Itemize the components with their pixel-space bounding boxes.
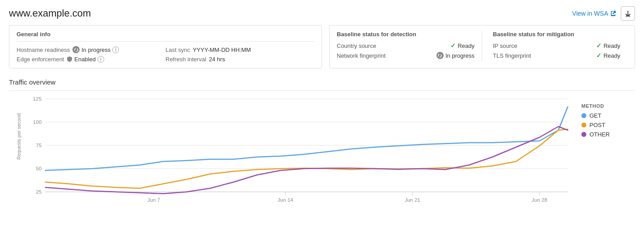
tls-fingerprint-label: TLS fingerprint bbox=[493, 52, 531, 59]
external-link-icon bbox=[610, 10, 616, 17]
svg-point-3 bbox=[75, 48, 78, 51]
ip-source-check-icon: ✓ bbox=[596, 42, 602, 49]
traffic-chart: 125 100 75 50 25 Jun 7 Jun 14 Jun 21 Jun… bbox=[31, 94, 572, 211]
network-fingerprint-status-text: In progress bbox=[445, 52, 475, 59]
tls-fingerprint-status-text: Ready bbox=[603, 52, 620, 59]
country-source-label: Country source bbox=[337, 42, 376, 49]
baseline-detection-title: Baseline status for detection bbox=[337, 31, 475, 38]
chart-wrapper: Requests per second 125 100 75 50 25 bbox=[9, 94, 572, 220]
svg-text:75: 75 bbox=[36, 143, 42, 148]
refresh-interval-label: Refresh interval bbox=[165, 56, 206, 63]
download-icon bbox=[625, 10, 631, 17]
last-sync-value: YYYY-MM-DD HH:MM bbox=[193, 47, 251, 53]
get-label: GET bbox=[589, 112, 602, 119]
y-axis-label: Requests per second bbox=[16, 113, 21, 160]
edge-enforcement-value: Enabled i bbox=[67, 56, 104, 63]
svg-text:Jun 14: Jun 14 bbox=[278, 197, 293, 203]
tls-check-icon: ✓ bbox=[596, 52, 602, 59]
traffic-title: Traffic overview bbox=[9, 78, 635, 91]
traffic-section: Traffic overview Requests per second 125… bbox=[0, 73, 644, 220]
refresh-interval-value: 24 hrs bbox=[209, 56, 225, 63]
country-source-check-icon: ✓ bbox=[450, 42, 456, 49]
chart-legend: METHOD GET POST OTHER bbox=[581, 94, 635, 140]
svg-text:125: 125 bbox=[33, 96, 42, 102]
edge-enforcement-row: Edge enforcement Enabled i bbox=[17, 56, 165, 63]
hostname-status: In progress bbox=[81, 47, 110, 53]
svg-point-4 bbox=[438, 54, 441, 57]
top-actions: View in WSA bbox=[572, 6, 635, 21]
network-fingerprint-row: Network fingerprint In progress bbox=[337, 52, 475, 59]
other-line bbox=[46, 127, 568, 194]
refresh-interval-row: Refresh interval 24 hrs bbox=[165, 56, 314, 63]
network-fingerprint-status: In progress bbox=[436, 52, 475, 59]
ip-source-row: IP source ✓ Ready bbox=[493, 42, 620, 49]
view-wsa-label: View in WSA bbox=[572, 10, 608, 17]
tls-fingerprint-row: TLS fingerprint ✓ Ready bbox=[493, 52, 620, 59]
hostname-row: Hostname readiness In progress i bbox=[17, 46, 165, 53]
svg-text:100: 100 bbox=[33, 119, 42, 125]
info-panels: General info Hostname readiness In progr… bbox=[0, 25, 644, 73]
download-button[interactable] bbox=[621, 6, 635, 21]
country-source-status-text: Ready bbox=[458, 42, 475, 49]
hostname-info-icon[interactable]: i bbox=[112, 47, 119, 53]
hostname-label: Hostname readiness bbox=[17, 47, 70, 53]
baseline-detection-col: Baseline status for detection Country so… bbox=[337, 31, 482, 62]
general-info-grid: Hostname readiness In progress i Last sy… bbox=[17, 46, 314, 63]
legend-post: POST bbox=[581, 122, 635, 128]
post-dot bbox=[581, 123, 586, 127]
chart-container: Requests per second 125 100 75 50 25 bbox=[9, 94, 635, 220]
legend-other: OTHER bbox=[581, 131, 635, 138]
in-progress-icon bbox=[72, 46, 80, 53]
legend-title: METHOD bbox=[581, 103, 635, 109]
general-info-panel: General info Hostname readiness In progr… bbox=[9, 25, 322, 68]
site-title: www.example.com bbox=[9, 8, 91, 19]
svg-text:Jun 21: Jun 21 bbox=[405, 197, 420, 203]
other-dot bbox=[581, 132, 586, 137]
legend-get: GET bbox=[581, 112, 635, 119]
svg-text:Jun 7: Jun 7 bbox=[147, 197, 160, 203]
svg-text:Jun 28: Jun 28 bbox=[532, 197, 547, 203]
tls-fingerprint-status: ✓ Ready bbox=[596, 52, 620, 59]
country-source-row: Country source ✓ Ready bbox=[337, 42, 475, 49]
last-sync-row: Last sync YYYY-MM-DD HH:MM bbox=[165, 46, 314, 53]
get-line bbox=[46, 107, 568, 170]
baseline-mitigation-title: Baseline status for mitigation bbox=[493, 31, 620, 38]
network-fp-progress-icon bbox=[436, 52, 444, 59]
top-bar: www.example.com View in WSA bbox=[0, 0, 644, 25]
other-label: OTHER bbox=[589, 131, 610, 138]
svg-text:25: 25 bbox=[36, 189, 42, 195]
baseline-mitigation-col: Baseline status for mitigation IP source… bbox=[482, 31, 627, 62]
edge-enforcement-status: Enabled bbox=[74, 56, 96, 63]
general-info-title: General info bbox=[17, 31, 314, 42]
svg-text:50: 50 bbox=[36, 166, 42, 171]
country-source-status: ✓ Ready bbox=[450, 42, 475, 49]
post-line bbox=[46, 129, 568, 188]
ip-source-status-text: Ready bbox=[603, 42, 620, 49]
view-wsa-link[interactable]: View in WSA bbox=[572, 10, 616, 17]
post-label: POST bbox=[589, 122, 605, 128]
edge-enforcement-label: Edge enforcement bbox=[17, 56, 64, 63]
baseline-inner: Baseline status for detection Country so… bbox=[337, 31, 627, 62]
shield-icon bbox=[67, 56, 72, 63]
hostname-value: In progress i bbox=[72, 46, 119, 53]
ip-source-label: IP source bbox=[493, 42, 517, 49]
edge-enforcement-info-icon[interactable]: i bbox=[97, 56, 104, 63]
baseline-panel: Baseline status for detection Country so… bbox=[329, 25, 635, 68]
ip-source-status: ✓ Ready bbox=[596, 42, 620, 49]
get-dot bbox=[581, 113, 586, 118]
last-sync-label: Last sync bbox=[165, 47, 190, 53]
network-fingerprint-label: Network fingerprint bbox=[337, 52, 386, 59]
